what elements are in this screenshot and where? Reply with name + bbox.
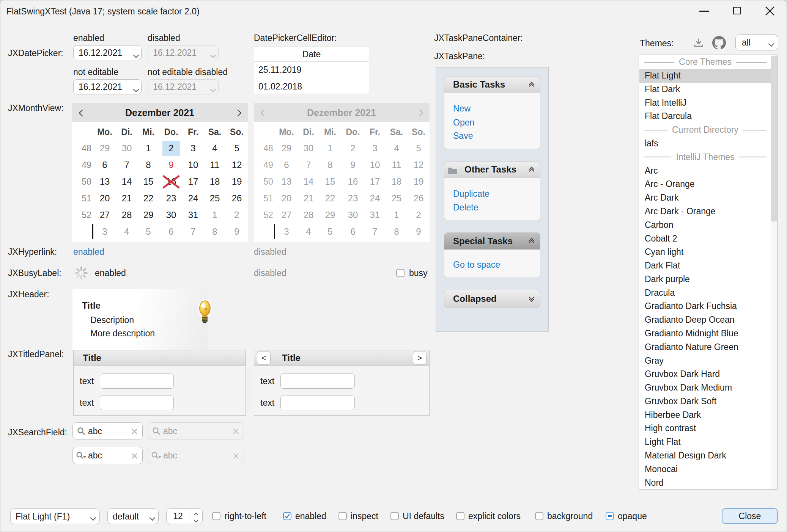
day-cell[interactable]: 13 <box>100 176 110 187</box>
titled-panel-right-button[interactable]: > <box>413 351 427 365</box>
day-cell[interactable]: 3 <box>190 143 195 154</box>
close-button[interactable]: Close <box>722 508 778 524</box>
theme-list-item[interactable]: Flat Darcula <box>639 110 771 123</box>
theme-list-item[interactable]: High contrast <box>639 422 771 435</box>
day-cell[interactable]: 22 <box>143 193 154 204</box>
day-cell[interactable]: 2 <box>234 210 239 220</box>
day-cell[interactable]: 19 <box>232 176 242 187</box>
day-cell[interactable]: 5 <box>234 143 239 154</box>
day-cell[interactable]: 21 <box>122 193 132 204</box>
theme-list-item[interactable]: Cobalt 2 <box>639 232 771 245</box>
day-cell[interactable]: 15 <box>143 176 154 187</box>
text-input[interactable] <box>280 373 355 389</box>
datepicker-not-editable-value[interactable]: 16.12.2021 <box>79 82 122 92</box>
enabled-checkbox[interactable] <box>283 512 291 520</box>
theme-list-item[interactable]: Gruvbox Dark Hard <box>639 367 771 381</box>
day-cell[interactable]: 25 <box>210 193 220 204</box>
background-checkbox[interactable] <box>535 512 543 520</box>
day-cell[interactable]: 3 <box>102 226 107 237</box>
opaque-checkbox[interactable] <box>606 512 614 520</box>
taskpane-header-collapsed[interactable]: Collapsed <box>444 290 540 308</box>
taskpane-header-basic-tasks[interactable]: Basic Tasks <box>444 77 540 93</box>
clear-icon[interactable] <box>131 453 138 459</box>
hyperlink-enabled[interactable]: enabled <box>73 247 104 257</box>
datepicker-enabled-dropdown-button[interactable] <box>127 47 141 58</box>
maximize-button[interactable] <box>725 0 749 21</box>
day-cell[interactable]: 11 <box>210 160 220 170</box>
previous-month-button[interactable] <box>80 108 85 118</box>
theme-list-item[interactable]: Material Design Dark <box>639 449 771 463</box>
theme-list-item[interactable]: Dracula <box>639 286 771 300</box>
theme-list-item[interactable]: Hiberbee Dark <box>639 408 771 422</box>
day-cell[interactable]: 31 <box>188 210 198 220</box>
day-cell[interactable]: 10 <box>188 160 198 170</box>
theme-list-item[interactable]: Gradianto Midnight Blue <box>639 327 771 341</box>
explicit colors-checkbox[interactable] <box>456 512 464 520</box>
day-cell[interactable]: 7 <box>124 160 129 170</box>
theme-list-item[interactable]: Gray <box>639 354 771 367</box>
text-input[interactable] <box>280 395 355 410</box>
next-month-button[interactable] <box>236 108 241 118</box>
collapse-icon[interactable] <box>530 239 534 245</box>
day-cell[interactable]: 1 <box>212 210 217 220</box>
github-icon[interactable] <box>712 36 726 50</box>
scale-combobox[interactable]: default <box>107 508 159 524</box>
UI defaults-checkbox[interactable] <box>390 512 399 520</box>
day-cell[interactable]: 8 <box>146 160 151 170</box>
theme-list-item[interactable]: Gruvbox Dark Medium <box>639 381 771 395</box>
theme-list-item[interactable]: Flat IntelliJ <box>639 96 771 110</box>
day-cell[interactable]: 27 <box>100 210 110 220</box>
text-input[interactable] <box>100 395 174 410</box>
theme-list-item[interactable]: Arc <box>639 164 771 177</box>
theme-list-item[interactable]: Dark purple <box>639 272 771 286</box>
datepicker-not-editable[interactable]: 16.12.2021 <box>73 79 142 94</box>
task-link-open[interactable]: Open <box>453 118 474 128</box>
day-cell[interactable]: 29 <box>100 143 110 154</box>
expand-icon[interactable] <box>530 297 534 301</box>
theme-list-item[interactable]: Dark Flat <box>639 259 771 273</box>
close-window-button[interactable] <box>758 0 782 21</box>
theme-list-item[interactable]: Carbon <box>639 218 771 232</box>
download-icon[interactable] <box>693 37 705 49</box>
themes-filter-combobox[interactable]: all <box>735 35 778 50</box>
day-cell[interactable]: 6 <box>102 160 107 170</box>
theme-list-item[interactable]: Flat Light <box>639 69 771 83</box>
day-cell[interactable]: 30 <box>166 210 176 220</box>
day-cell[interactable]: 14 <box>122 176 132 187</box>
day-cell[interactable]: 4 <box>124 226 129 237</box>
day-cell[interactable]: 1 <box>146 143 151 154</box>
theme-list-item[interactable]: Arc Dark - Orange <box>639 205 771 218</box>
theme-list-item[interactable]: Monocai <box>639 462 771 476</box>
day-cell[interactable]: 18 <box>210 176 220 187</box>
table-row[interactable]: 01.02.2018 <box>258 82 302 92</box>
text-input[interactable] <box>100 373 174 389</box>
task-link-go-to-space[interactable]: Go to space <box>453 260 500 270</box>
theme-list-item[interactable]: Gruvbox Dark Soft <box>639 395 771 408</box>
day-cell[interactable]: 9 <box>168 160 173 170</box>
font-size-spinner[interactable]: 12 <box>166 508 203 524</box>
day-cell[interactable]: 24 <box>188 193 198 204</box>
day-cell[interactable]: 7 <box>190 226 195 237</box>
day-cell[interactable]: 8 <box>212 226 217 237</box>
clear-icon[interactable] <box>131 428 138 435</box>
right-to-left-checkbox[interactable] <box>212 512 220 520</box>
task-link-new[interactable]: New <box>453 104 471 114</box>
day-cell[interactable]: 2 <box>168 143 173 154</box>
theme-list-item[interactable]: Nord <box>639 476 771 490</box>
inspect-checkbox[interactable] <box>338 512 347 520</box>
theme-list-item[interactable]: Arc Dark <box>639 191 771 205</box>
day-cell[interactable]: 6 <box>168 226 173 237</box>
laf-combobox[interactable]: Flat Light (F1) <box>10 508 100 524</box>
theme-list-item[interactable]: Cyan light <box>639 245 771 259</box>
day-cell[interactable]: 5 <box>146 226 151 237</box>
theme-list-item[interactable]: Arc - Orange <box>639 177 771 191</box>
theme-list-item[interactable]: Flat Dark <box>639 83 771 96</box>
search-menu-icon[interactable] <box>76 451 87 460</box>
search-field-enabled[interactable]: abc <box>72 422 143 439</box>
scrollbar-thumb[interactable] <box>771 56 777 221</box>
task-link-save[interactable]: Save <box>453 131 473 141</box>
collapse-icon[interactable] <box>530 168 534 173</box>
day-cell[interactable]: 12 <box>232 160 242 170</box>
day-cell[interactable]: 29 <box>143 210 154 220</box>
day-cell[interactable]: 4 <box>212 143 217 154</box>
